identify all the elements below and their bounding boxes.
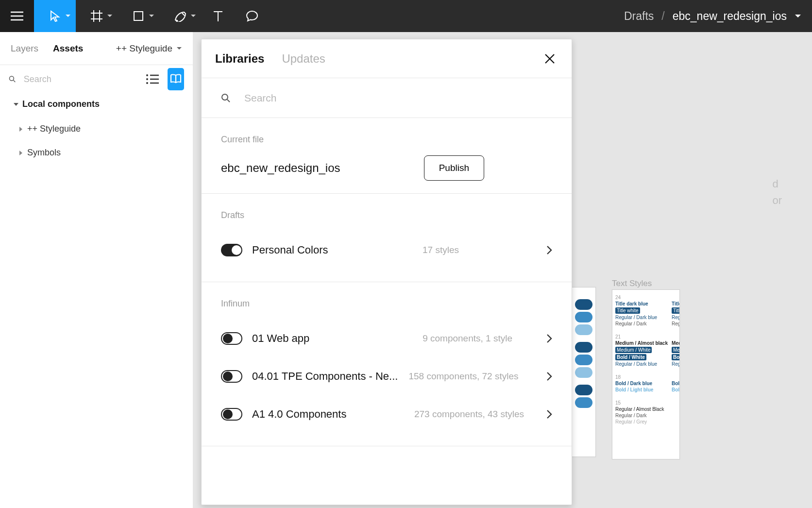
page-selector[interactable]: ++ Styleguide (116, 43, 182, 54)
chevron-down-icon (65, 14, 71, 18)
artboard-colors-peek[interactable] (572, 287, 596, 457)
ts-row: Medium / White (672, 347, 680, 353)
chevron-right-icon (546, 334, 552, 343)
ts-row: Title white (672, 307, 680, 314)
tree-item-label: Symbols (27, 148, 61, 158)
ts-size: 21 (615, 334, 668, 339)
cursor-icon (50, 10, 60, 22)
ts-row: Bold / White (672, 354, 680, 360)
ts-row: Regular / Almost Black (615, 406, 668, 412)
library-toggle[interactable] (221, 332, 242, 345)
list-icon (146, 74, 159, 84)
artboard-title-text-styles[interactable]: Text Styles (612, 279, 652, 288)
ts-row: Regular / Dark blue (672, 315, 680, 320)
library-toggle[interactable] (221, 244, 242, 256)
ts-row: Medium / Almost black (615, 340, 668, 346)
modal-tab-libraries[interactable]: Libraries (215, 52, 264, 66)
ts-row: Bold / Light blue (615, 387, 668, 392)
ts-row: Regular / Dark blue (615, 361, 668, 367)
chevron-down-icon (176, 47, 182, 51)
library-meta: 158 components, 72 styles (408, 371, 518, 382)
local-components-label: Local components (22, 99, 100, 109)
ts-row: Regular / Grey (615, 419, 668, 424)
modal-tab-updates[interactable]: Updates (282, 52, 325, 66)
comment-tool-button[interactable] (235, 0, 269, 32)
square-icon (133, 11, 144, 21)
library-toggle[interactable] (221, 370, 242, 383)
open-library-button[interactable] (546, 409, 552, 419)
tab-assets[interactable]: Assets (53, 43, 83, 54)
close-button[interactable] (541, 51, 558, 67)
ts-row: Regular / Dark blue (615, 315, 668, 320)
chevron-down-icon[interactable] (795, 14, 801, 18)
close-icon (544, 53, 555, 64)
section-infinum: Infinum 01 Web app 9 components, 1 style… (202, 282, 572, 446)
ts-row: Regular / Dark (615, 413, 668, 418)
canvas-hint-text: d or (772, 176, 782, 209)
frame-tool-button[interactable] (76, 0, 118, 32)
ts-row: Title white (615, 307, 640, 314)
ts-row: Bold / White (615, 354, 646, 360)
current-file-name: ebc_new_redesign_ios (221, 161, 340, 175)
file-name[interactable]: ebc_new_redesign_ios (673, 10, 787, 23)
search-icon (9, 74, 16, 84)
artboard-text-styles[interactable]: 24 Title dark blue Title white Regular /… (612, 289, 680, 459)
library-name: A1 4.0 Components (252, 408, 346, 421)
caret-down-icon (14, 103, 18, 106)
ts-size: 24 (615, 295, 668, 300)
caret-right-icon (19, 127, 22, 132)
book-icon (169, 74, 182, 85)
page-selector-label: ++ Styleguide (116, 43, 172, 54)
text-tool-button[interactable] (201, 0, 235, 32)
tree-item-styleguide[interactable]: ++ Styleguide (0, 117, 193, 141)
ts-size: 18 (615, 374, 668, 380)
move-tool-button[interactable] (34, 0, 76, 32)
main-menu-button[interactable] (0, 0, 34, 32)
ts-row: Regular / Dark blue (672, 361, 680, 367)
section-drafts: Drafts Personal Colors 17 styles (202, 194, 572, 282)
library-toggle[interactable] (221, 408, 242, 421)
left-panel: Layers Assets ++ Styleguide Local compon… (0, 32, 193, 508)
top-toolbar: Drafts / ebc_new_redesign_ios (0, 0, 812, 32)
ts-row: Medium / Almost black (672, 340, 680, 346)
svg-point-5 (222, 94, 228, 100)
frame-icon (91, 10, 102, 22)
library-view-button[interactable] (168, 68, 184, 90)
section-label: Infinum (221, 299, 552, 309)
open-library-button[interactable] (546, 334, 552, 343)
chevron-down-icon (190, 14, 196, 18)
tab-layers[interactable]: Layers (11, 43, 38, 54)
pen-tool-button[interactable] (159, 0, 201, 32)
svg-point-3 (146, 78, 148, 80)
chevron-right-icon (546, 409, 552, 419)
shape-tool-button[interactable] (118, 0, 159, 32)
ts-row: Bold / Light blue (672, 387, 680, 392)
library-row: A1 4.0 Components 273 components, 43 sty… (221, 395, 552, 433)
pen-icon (174, 10, 186, 22)
open-library-button[interactable] (546, 245, 552, 255)
section-label: Current file (221, 135, 552, 145)
assets-search-input[interactable] (23, 74, 137, 85)
list-view-button[interactable] (144, 68, 161, 90)
breadcrumb-parent[interactable]: Drafts (624, 10, 654, 23)
modal-search-input[interactable] (243, 92, 552, 104)
svg-point-2 (146, 74, 148, 76)
section-label: Drafts (221, 210, 552, 220)
assets-tree: ++ Styleguide Symbols (0, 113, 193, 165)
chevron-down-icon (149, 14, 154, 18)
ts-row: Bold / Dark blue (672, 381, 680, 386)
tree-item-symbols[interactable]: Symbols (0, 141, 193, 165)
publish-button[interactable]: Publish (424, 155, 484, 181)
ts-row: Bold / Dark blue (615, 381, 668, 386)
left-panel-tabs: Layers Assets ++ Styleguide (0, 32, 193, 65)
library-name: Personal Colors (252, 244, 328, 256)
modal-header: Libraries Updates (202, 39, 572, 78)
ts-row: Title dark blue (615, 301, 668, 306)
breadcrumb-separator: / (661, 10, 664, 23)
library-row: Personal Colors 17 styles (221, 231, 552, 269)
ts-row: Title dark blue (672, 301, 680, 306)
local-components-heading[interactable]: Local components (0, 93, 193, 113)
modal-body[interactable]: Current file ebc_new_redesign_ios Publis… (202, 118, 572, 505)
open-library-button[interactable] (546, 372, 552, 381)
chevron-right-icon (546, 372, 552, 381)
